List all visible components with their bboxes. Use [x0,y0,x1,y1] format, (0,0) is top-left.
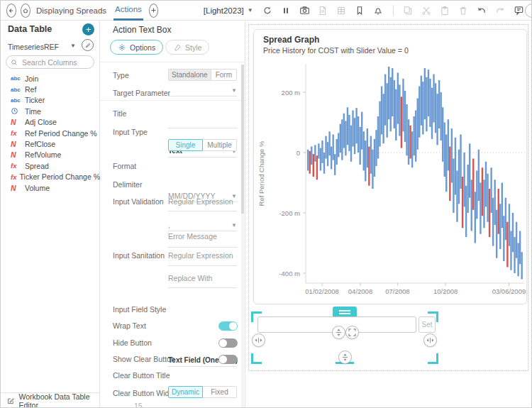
field-label-delimiter: Delimiter [113,180,142,189]
notifications-button[interactable] [372,4,384,16]
arrow-left-icon [7,6,16,15]
hide-button-toggle[interactable] [218,338,238,348]
calculated-type-icon: fx [11,173,16,181]
panel-title: Action Text Box [113,25,172,35]
export-pdf-button[interactable] [317,4,329,16]
column-item[interactable]: Time [1,106,100,116]
delimiter-select[interactable]: , ▼ [168,221,237,231]
column-item[interactable]: abcRef [1,84,100,94]
column-item[interactable]: NRefVolume [1,150,100,160]
toolbar-divider [393,5,394,16]
column-item[interactable]: NRefClose [1,138,100,149]
undo-icon [477,6,487,16]
field-label-input-field-style: Input Field Style [113,305,166,314]
column-item[interactable]: abcJoin [1,73,100,84]
svg-text:03/06/2009: 03/06/2009 [492,287,526,295]
wrap-text-toggle[interactable] [218,321,238,331]
tab-style[interactable]: Style [165,40,209,55]
chevron-down-icon[interactable]: ▼ [70,43,76,49]
field-label-type: Type [113,71,129,79]
width-dynamic-button[interactable]: Dynamic [168,386,203,398]
type-form-button[interactable]: Form [211,69,237,81]
redo-button[interactable] [494,4,506,16]
set-button[interactable]: Set [419,316,436,333]
column-search-box[interactable] [6,55,94,69]
sanitation-regex-placeholder[interactable]: Regular Expression [168,251,233,260]
resize-vertical-handle[interactable] [332,326,345,339]
undo-button[interactable] [476,4,488,16]
spread-graph-card[interactable]: Spread Graph Price History for COST with… [253,29,527,304]
type-standalone-button[interactable]: Standalone [168,69,211,81]
clipboard-icon [440,6,450,16]
dashboard-canvas: Spread Graph Price History for COST with… [245,21,532,408]
field-label-input-validation: Input Validation [113,197,164,206]
width-fixed-button[interactable]: Fixed [203,386,237,398]
text-type-icon: abc [11,87,21,93]
numeric-type-icon: N [11,150,16,159]
target-parameter-select[interactable]: ▼ [168,86,237,97]
field-label-input-type: Input Type [113,128,148,136]
chart-title: Spread Graph [263,35,319,45]
copy-button[interactable] [402,4,414,16]
save-button[interactable]: Save [525,4,532,18]
refresh-button[interactable] [262,4,274,16]
validation-regex-placeholder[interactable]: Regular Expression [168,197,233,206]
back-button[interactable] [6,4,16,18]
workbook-title: Displaying Spreads [36,6,106,15]
tab-options[interactable]: Options [110,40,163,55]
export-excel-button[interactable] [336,4,348,16]
scrollbar-thumb[interactable] [241,65,244,214]
mode-single-button[interactable]: Single [168,139,203,151]
error-message-placeholder[interactable]: Error Message [168,232,217,241]
comment-icon [514,5,524,16]
resize-right-handle[interactable] [423,333,437,347]
field-label-target-parameter: Target Parameter [113,89,170,97]
title-input[interactable] [168,118,237,128]
comments-button[interactable] [513,4,525,16]
validation-regex-input[interactable] [168,211,237,211]
pause-button[interactable] [280,4,292,16]
error-message-input[interactable] [168,247,237,248]
column-list: abcJoin abcRef abcTicker Time NAdj Close… [1,73,100,193]
expand-icon [348,329,356,336]
column-item[interactable]: fxSpread [1,160,100,171]
workbook-data-table-editor-link[interactable]: Workbook Data Table Editor [1,392,100,408]
replace-with-input[interactable] [168,287,237,288]
resize-free-handle[interactable] [345,326,359,339]
pause-icon [282,6,290,15]
column-item[interactable]: abcTicker [1,95,100,106]
sanitation-regex-input[interactable] [168,265,237,266]
show-clear-button-toggle[interactable] [218,355,238,364]
panel-scrollbar[interactable] [241,65,244,407]
bookmarks-button[interactable] [354,4,366,16]
search-input[interactable] [21,57,86,67]
action-text-box-widget[interactable]: Set [253,313,437,363]
resize-bottom-handle[interactable] [338,351,352,364]
column-item[interactable]: NAdj Close [1,117,100,128]
text-type-icon: abc [11,75,21,82]
resize-left-handle[interactable] [252,333,265,347]
add-data-table-button[interactable]: + [82,23,94,35]
chevron-down-icon: ▼ [248,7,253,13]
svg-text:04/2008: 04/2008 [348,287,372,295]
column-item[interactable]: NVolume [1,182,100,193]
screenshot-button[interactable] [299,4,311,16]
cut-button[interactable] [421,4,433,16]
column-item[interactable]: fxRef Period Change % [1,128,100,138]
price-history-chart[interactable]: 200 m0-200 m-400 m01/02/200804/200807/20… [254,30,528,305]
edit-data-table-button[interactable] [82,39,94,51]
home-button[interactable] [21,4,31,18]
delete-button[interactable] [458,4,470,16]
replace-with-placeholder[interactable]: Replace With [168,274,212,282]
tab-actions[interactable]: Actions [113,1,143,21]
field-label-show-clear-button: Show Clear Button [113,355,175,363]
column-item[interactable]: fxTicker Period Change % [1,172,100,182]
field-label-hide-button: Hide Button [113,338,152,347]
add-sheet-button[interactable] [149,4,158,18]
theme-selector[interactable]: [Light2023] ▼ [204,6,253,15]
mode-multiple-button[interactable]: Multiple [203,139,237,151]
data-table-selector[interactable]: TimeseriesREF [8,43,59,51]
sidebar-title: Data Table [8,24,52,34]
paste-button[interactable] [439,4,451,16]
gear-icon [118,43,126,52]
